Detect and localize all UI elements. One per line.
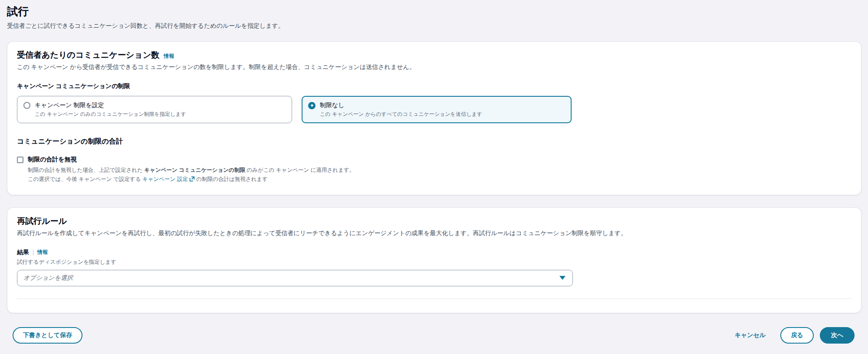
next-button[interactable]: 次へ <box>820 327 855 344</box>
communications-card-description: この キャンペーン から受信者が受信できるコミュニケーションの数を制限します。制… <box>17 63 852 71</box>
communications-card: 受信者あたりのコミュニケーション数 情報 この キャンペーン から受信者が受信で… <box>7 41 861 195</box>
retry-rules-description: 再試行ルールを作成してキャンペーンを再試行し、最初の試行が失敗したときの処理によ… <box>17 229 852 237</box>
total-communication-limits-heading: コミュニケーションの制限の合計 <box>17 137 852 146</box>
radio-tile-description: この キャンペーン からのすべてのコミュニケーションを送信します <box>320 111 482 118</box>
page-title: 試行 <box>7 4 861 19</box>
ignore-total-limits-row: 制限の合計を無視 制限の合計を無視した場合、上記で設定された キャンペーン コミ… <box>17 156 852 184</box>
chevron-down-icon <box>559 276 566 280</box>
result-info-link[interactable]: 情報 <box>37 249 48 256</box>
radio-tile-label: 制限なし <box>320 101 482 109</box>
campaign-communication-limits-emphasis: キャンペーン コミュニケーションの制限 <box>144 167 245 173</box>
retry-rules-card: 再試行ルール 再試行ルールを作成してキャンペーンを再試行し、最初の試行が失敗した… <box>7 207 861 313</box>
ignore-total-limits-checkbox[interactable] <box>17 157 23 163</box>
campaign-settings-link[interactable]: キャンペーン 設定 <box>142 176 188 182</box>
disposition-select-placeholder: オプションを選択 <box>23 274 73 282</box>
result-description: 試行するディスポジションを指定します <box>17 259 852 266</box>
communication-limit-radio-group: キャンペーン 制限を設定 この キャンペーン のみのコミュニケーション制限を指定… <box>17 96 852 123</box>
radio-tile-set-campaign-limits[interactable]: キャンペーン 制限を設定 この キャンペーン のみのコミュニケーション制限を指定… <box>17 96 292 123</box>
save-draft-button[interactable]: 下書きとして保存 <box>13 327 82 344</box>
checkbox-description-line-1: 制限の合計を無視した場合、上記で設定された キャンペーン コミュニケーションの制… <box>28 166 355 174</box>
cancel-button[interactable]: キャンセル <box>733 327 768 344</box>
communications-info-link[interactable]: 情報 <box>164 52 174 60</box>
ignore-total-limits-label[interactable]: 制限の合計を無視 <box>28 156 355 164</box>
attempts-page: 試行 受信者ごとに試行できるコミュニケーション回数と、再試行を開始するためのルー… <box>0 0 868 344</box>
wizard-footer: 下書きとして保存 キャンセル 戻る 次へ <box>13 327 855 344</box>
radio-tile-no-limits[interactable]: 制限なし この キャンペーン からのすべてのコミュニケーションを送信します <box>302 96 572 123</box>
radio-unselected-icon[interactable] <box>23 102 30 109</box>
external-link-icon <box>189 176 195 184</box>
ignore-total-limits-description: 制限の合計を無視した場合、上記で設定された キャンペーン コミュニケーションの制… <box>28 166 355 184</box>
retry-rules-title: 再試行ルール <box>17 216 852 227</box>
back-button[interactable]: 戻る <box>780 327 813 344</box>
radio-selected-icon[interactable] <box>308 102 316 109</box>
label-divider <box>33 249 33 256</box>
disposition-select[interactable]: オプションを選択 <box>17 270 573 286</box>
result-label: 結果 <box>17 249 29 256</box>
radio-tile-description: この キャンペーン のみのコミュニケーション制限を指定します <box>35 111 186 118</box>
checkbox-description-line-2: この選択では、今後 キャンペーン で設定する キャンペーン 設定 の制限の合計は… <box>28 175 355 184</box>
communications-card-title: 受信者あたりのコミュニケーション数 <box>17 49 159 61</box>
page-subtitle: 受信者ごとに試行できるコミュニケーション回数と、再試行を開始するためのルールを指… <box>7 22 861 30</box>
communication-limit-label: キャンペーン コミュニケーションの制限 <box>17 82 852 90</box>
radio-tile-label: キャンペーン 制限を設定 <box>35 101 186 109</box>
